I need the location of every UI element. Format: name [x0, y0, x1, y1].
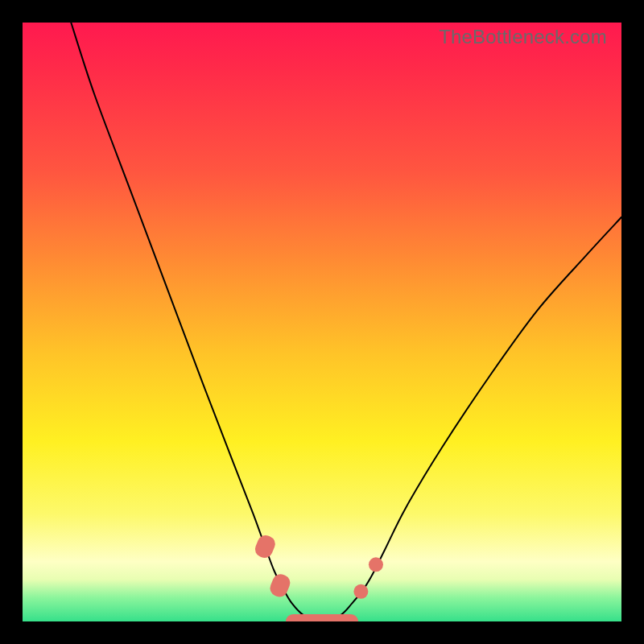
- curve-layer: [23, 23, 621, 621]
- bead-right-upper: [369, 557, 383, 572]
- chart-frame: TheBottleneck.com: [0, 0, 644, 644]
- bead-bottom-plateau: [286, 614, 358, 621]
- bead-left-upper: [253, 533, 278, 560]
- marker-group: [253, 533, 383, 621]
- bead-right-lower: [353, 584, 368, 599]
- bottleneck-curve: [71, 23, 621, 621]
- bead-left-lower: [267, 572, 292, 599]
- plot-area: TheBottleneck.com: [23, 23, 621, 621]
